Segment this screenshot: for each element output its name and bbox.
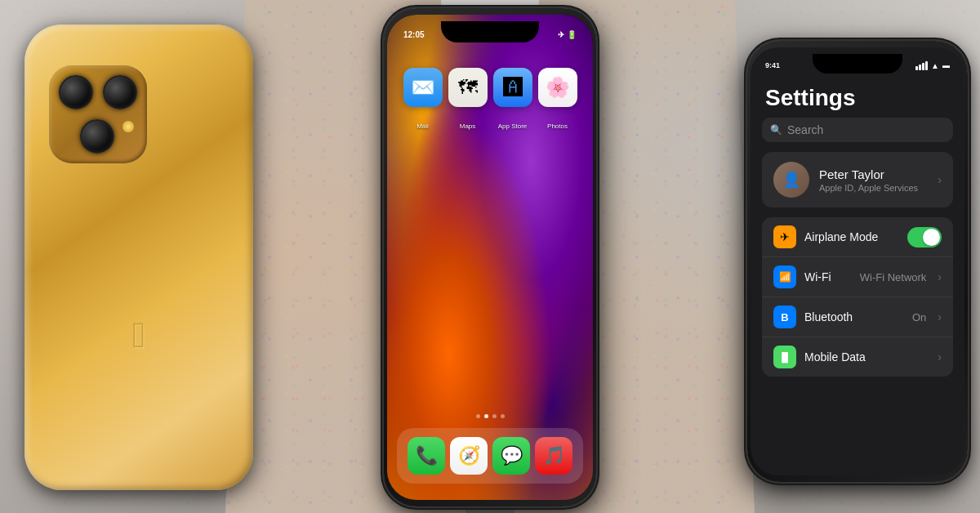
camera-lens-1 <box>59 75 93 109</box>
search-bar[interactable]: 🔍 Search <box>762 118 953 142</box>
app-icon-maps[interactable]: 🗺 <box>448 68 488 107</box>
phone-center: 12:05 ✈ 🔋 ✉️ Mail 🗺 Maps 🅰 App St <box>384 8 596 506</box>
search-icon: 🔍 <box>770 124 782 136</box>
phone-right-screen: 9:41 ▲ ▬ Settings <box>751 47 964 475</box>
app-icon-mail[interactable]: ✉️ <box>403 68 443 107</box>
time-right: 9:41 <box>765 61 780 69</box>
search-placeholder: Search <box>787 123 823 136</box>
apple-logo-back:  <box>118 310 159 359</box>
time-center: 12:05 <box>403 30 425 39</box>
status-icons-center: ✈ 🔋 <box>558 30 577 39</box>
bluetooth-chevron: › <box>938 310 942 323</box>
bar-2 <box>919 65 921 70</box>
wifi-chevron: › <box>938 270 942 283</box>
profile-subtitle: Apple ID, Apple Services <box>819 183 928 193</box>
bar-1 <box>915 66 918 70</box>
avatar: 👤 <box>773 162 809 198</box>
status-icons-right: ▲ ▬ <box>915 61 950 70</box>
phone-right: 9:41 ▲ ▬ Settings <box>747 41 968 482</box>
lens-flash <box>122 121 134 132</box>
settings-row-airplane[interactable]: ✈ Airplane Mode <box>762 217 953 257</box>
dock-safari[interactable]: 🧭 <box>450 437 488 475</box>
bluetooth-icon: B <box>773 306 796 328</box>
wifi-icon: ▲ <box>931 61 939 70</box>
profile-row[interactable]: 👤 Peter Taylor Apple ID, Apple Services … <box>762 152 953 207</box>
wifi-settings-icon: 📶 <box>773 265 796 288</box>
dot-4 <box>501 414 505 418</box>
dock-music[interactable]: 🎵 <box>535 437 572 475</box>
app-icons-top: ✉️ Mail 🗺 Maps 🅰 App Store 🌸 Photos <box>387 68 593 118</box>
dock: 📞 🧭 💬 🎵 <box>397 428 583 484</box>
wifi-value: Wi-Fi Network <box>860 271 927 283</box>
airplane-mode-icon: ✈ <box>773 225 796 248</box>
page-dots <box>387 414 593 418</box>
camera-lens-3 <box>80 119 114 154</box>
dock-messages[interactable]: 💬 <box>492 437 530 475</box>
app-icon-wrapper-mail: ✉️ Mail <box>403 68 443 118</box>
mobile-data-chevron: › <box>938 350 942 364</box>
profile-info: Peter Taylor Apple ID, Apple Services <box>819 167 928 193</box>
app-icon-appstore[interactable]: 🅰 <box>493 68 532 107</box>
battery-icon: ▬ <box>942 61 950 69</box>
dot-1 <box>476 414 480 418</box>
airplane-mode-label: Airplane Mode <box>804 230 899 243</box>
app-label-maps: Maps <box>460 123 476 130</box>
toggle-thumb <box>923 229 940 246</box>
settings-row-bluetooth[interactable]: B Bluetooth On › <box>762 297 953 337</box>
bluetooth-label: Bluetooth <box>804 310 904 323</box>
dot-3 <box>492 414 497 418</box>
dock-phone[interactable]: 📞 <box>408 437 445 475</box>
phones-container:  12:05 ✈ 🔋 ✉️ Mail <box>0 0 980 513</box>
profile-chevron: › <box>938 173 942 186</box>
settings-row-wifi[interactable]: 📶 Wi-Fi Wi-Fi Network › <box>762 257 953 297</box>
settings-group: ✈ Airplane Mode 📶 Wi-Fi Wi-Fi Network › <box>762 217 953 377</box>
app-icon-wrapper-appstore: 🅰 App Store <box>493 68 532 118</box>
bar-3 <box>922 63 924 70</box>
app-label-appstore: App Store <box>498 123 528 130</box>
settings-row-mobile-data[interactable]: ▐▌ Mobile Data › <box>762 337 953 377</box>
app-label-mail: Mail <box>416 123 429 130</box>
app-label-photos: Photos <box>547 123 568 130</box>
app-icon-photos[interactable]: 🌸 <box>538 68 577 107</box>
wifi-label: Wi-Fi <box>804 270 852 283</box>
settings-content: Settings 🔍 Search 👤 Peter Taylor Apple I… <box>751 77 964 475</box>
phone-right-body: 9:41 ▲ ▬ Settings <box>747 41 968 482</box>
bluetooth-value: On <box>912 311 926 323</box>
mobile-data-icon: ▐▌ <box>773 346 796 368</box>
phone-left-body:  <box>24 25 253 490</box>
mobile-data-label: Mobile Data <box>804 350 929 364</box>
app-icon-wrapper-maps: 🗺 Maps <box>448 68 488 118</box>
airplane-mode-toggle[interactable] <box>907 227 942 248</box>
signal-bars <box>915 61 928 70</box>
status-bar-right: 9:41 ▲ ▬ <box>751 54 964 77</box>
profile-name: Peter Taylor <box>819 167 928 181</box>
app-icon-wrapper-photos: 🌸 Photos <box>538 68 577 118</box>
settings-title: Settings <box>751 77 964 118</box>
phone-left:  <box>24 25 253 490</box>
camera-bump <box>49 65 147 163</box>
bar-4 <box>925 61 928 70</box>
phone-center-screen: 12:05 ✈ 🔋 ✉️ Mail 🗺 Maps 🅰 App St <box>387 15 593 500</box>
status-bar-center: 12:05 ✈ 🔋 <box>387 23 593 46</box>
dot-2 <box>484 414 488 418</box>
phone-center-body: 12:05 ✈ 🔋 ✉️ Mail 🗺 Maps 🅰 App St <box>384 8 596 506</box>
camera-lens-2 <box>103 75 137 109</box>
